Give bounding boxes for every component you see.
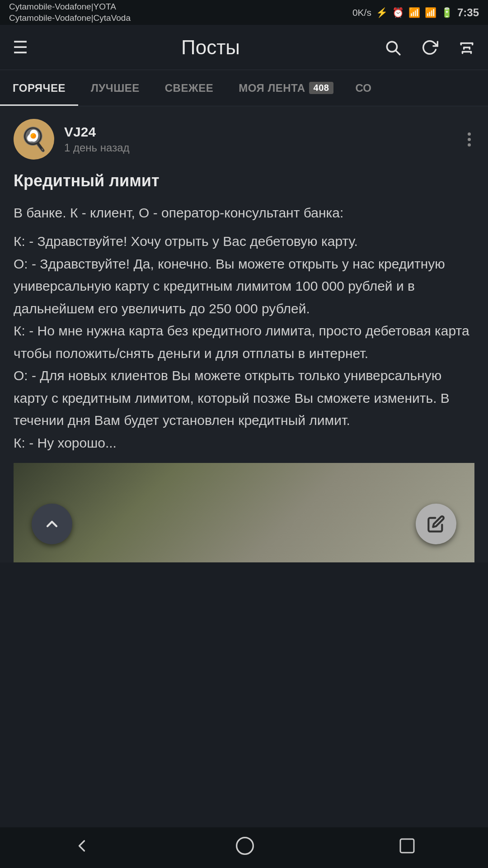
carrier1: Cytamobile-Vodafone|YOTA bbox=[9, 1, 131, 13]
signal-icon: 📶 bbox=[425, 7, 436, 18]
app-bar: ☰ Посты bbox=[0, 25, 488, 70]
post-more-button[interactable] bbox=[464, 129, 474, 150]
status-bar: Cytamobile-Vodafone|YOTA Cytamobile-Voda… bbox=[0, 0, 488, 25]
wifi-icon: 📶 bbox=[408, 7, 420, 18]
back-button[interactable] bbox=[54, 831, 110, 864]
post-body: В банке. К - клиент, О - оператор-консул… bbox=[14, 202, 474, 454]
svg-line-1 bbox=[396, 51, 400, 55]
alarm-icon: ⏰ bbox=[392, 7, 404, 18]
tab-myfeed[interactable]: МОЯ ЛЕНТА 408 bbox=[226, 70, 346, 106]
post-body-line1: В банке. К - клиент, О - оператор-консул… bbox=[14, 202, 474, 224]
page-title: Посты bbox=[39, 36, 382, 59]
post-username: VJ24 bbox=[64, 124, 464, 140]
post-card: 🍳 VJ24 1 день назад Кредитный лимит В ба… bbox=[0, 106, 488, 562]
bottom-nav bbox=[0, 827, 488, 868]
filter-button[interactable] bbox=[456, 37, 477, 58]
refresh-button[interactable] bbox=[419, 37, 440, 58]
dot3 bbox=[468, 143, 471, 146]
menu-button[interactable]: ☰ bbox=[11, 36, 30, 59]
tabs-bar: ГОРЯЧЕЕ ЛУЧШЕЕ СВЕЖЕЕ МОЯ ЛЕНТА 408 СО bbox=[0, 70, 488, 106]
status-icons: 0K/s ⚡ ⏰ 📶 📶 🔋 7:35 bbox=[352, 6, 479, 19]
dot1 bbox=[468, 132, 471, 136]
carrier2: Cytamobile-Vodafone|CytaVoda bbox=[9, 13, 131, 24]
post-image bbox=[14, 463, 474, 562]
compose-button[interactable] bbox=[416, 504, 456, 544]
carrier-info: Cytamobile-Vodafone|YOTA Cytamobile-Voda… bbox=[9, 1, 131, 24]
post-header: 🍳 VJ24 1 день назад bbox=[14, 119, 474, 160]
tab-best[interactable]: ЛУЧШЕЕ bbox=[78, 70, 152, 106]
speed-indicator: 0K/s bbox=[352, 7, 371, 18]
tab-hot[interactable]: ГОРЯЧЕЕ bbox=[0, 70, 78, 106]
svg-rect-13 bbox=[400, 839, 414, 853]
myfeed-badge: 408 bbox=[309, 82, 334, 94]
scroll-up-button[interactable] bbox=[32, 504, 72, 544]
post-body-line2: К: - Здравствуйте! Хочу отрыть у Вас деб… bbox=[14, 230, 474, 454]
battery-icon: 🔋 bbox=[441, 7, 453, 18]
avatar: 🍳 bbox=[14, 119, 54, 160]
bluetooth-icon: ⚡ bbox=[376, 7, 388, 18]
post-title: Кредитный лимит bbox=[14, 170, 474, 192]
clock: 7:35 bbox=[457, 6, 479, 19]
recents-button[interactable] bbox=[380, 832, 434, 863]
svg-point-12 bbox=[237, 837, 253, 854]
post-meta: VJ24 1 день назад bbox=[64, 124, 464, 154]
tab-co[interactable]: СО bbox=[346, 70, 488, 106]
tab-fresh[interactable]: СВЕЖЕЕ bbox=[152, 70, 226, 106]
avatar-emoji: 🍳 bbox=[20, 126, 48, 152]
app-bar-actions bbox=[382, 37, 477, 58]
home-button[interactable] bbox=[217, 831, 273, 864]
search-button[interactable] bbox=[382, 37, 403, 58]
post-time: 1 день назад bbox=[64, 142, 464, 154]
dot2 bbox=[468, 138, 471, 141]
